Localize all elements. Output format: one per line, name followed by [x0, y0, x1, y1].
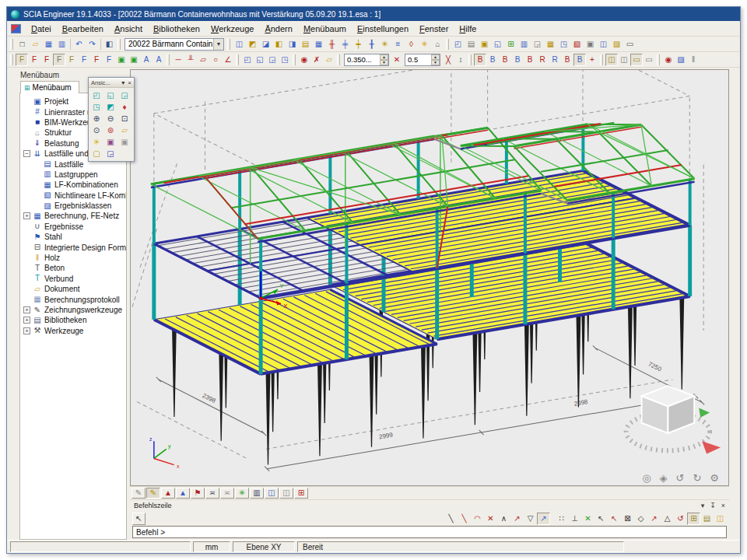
table-tool-icon-6[interactable]: ▥ [517, 38, 531, 51]
menu-item-ändern[interactable]: Ändern [259, 23, 297, 35]
frame-tool-icon-6[interactable]: F [78, 54, 90, 66]
sidebar-item-nichtlineare-lf-kombir[interactable]: ▧Nichtlineare LF-Kombir [23, 191, 126, 201]
tree-expander-icon[interactable]: + [23, 212, 30, 219]
menu-item-ansicht[interactable]: Ansicht [109, 23, 148, 35]
toolbar-grip[interactable] [600, 54, 603, 65]
snapmode-icon-8[interactable]: ↗ [537, 513, 550, 525]
command-input[interactable]: Befehl > [132, 526, 727, 538]
pencil-icon[interactable]: ✎ [132, 488, 146, 499]
gridmode-icon-9[interactable]: △ [661, 513, 674, 525]
frame-tool-icon-1[interactable]: F [16, 54, 28, 66]
model-viewport[interactable]: 2398299923987250XYzyx ◎◈↺↻⚙ [130, 69, 729, 486]
eye-icon[interactable]: ◉ [298, 54, 310, 66]
tree-expander-icon[interactable]: − [23, 150, 30, 157]
member-tool-icon-12[interactable]: ✳ [378, 38, 391, 51]
viewport-zoom-icon[interactable]: ◎ [642, 472, 651, 484]
end-tool-icon-2[interactable]: ▨ [675, 54, 687, 66]
project-combobox[interactable]: 20022 Bärmann Contain ▼ [124, 38, 224, 51]
viewbar-icon-9[interactable]: ▥ [250, 488, 264, 499]
member-tool-icon-4[interactable]: ◧ [272, 38, 286, 51]
toolbar-grip[interactable] [10, 54, 13, 65]
toolbar-grip[interactable] [10, 39, 13, 50]
member-tool-icon-13[interactable]: ≡ [391, 38, 405, 51]
draw-tool-icon-2[interactable]: ╨ [184, 54, 197, 66]
sidebar-item-integrierte-design-forms[interactable]: ⊟Integrierte Design Forms [23, 242, 126, 252]
photo2-icon[interactable]: ▣ [117, 136, 132, 148]
selection-tool-icon-4[interactable]: B [511, 54, 524, 66]
view-toolbar-palette[interactable]: Ansic... ▾ × ◰◱◲◳◩♦⊕⊖⊡⊙⊛▱☀▣▣▢◲ [88, 77, 135, 162]
gridmode-icon-13[interactable]: ◫ [714, 513, 727, 525]
gridmode-icon-8[interactable]: ↗ [647, 513, 661, 525]
viewbar-icon-8[interactable]: ✳ [235, 488, 249, 499]
monitor-icon[interactable]: ◲ [103, 148, 117, 159]
table-tool-icon-13[interactable]: ▨ [610, 38, 623, 51]
gridmode-icon-7[interactable]: ◇ [634, 513, 647, 525]
save-all-icon[interactable]: ▥ [55, 38, 68, 51]
clipboard-tool-icon-2[interactable]: ◱ [254, 54, 266, 66]
sidebar-item-verbund[interactable]: TVerbund [23, 274, 126, 284]
sidebar-item-stahl[interactable]: ⚑Stahl [23, 232, 126, 242]
selection-tool-icon-10[interactable]: + [586, 54, 598, 66]
toolbar-grip[interactable] [236, 54, 239, 65]
tree-expander-icon[interactable]: + [23, 327, 30, 334]
menu-item-fenster[interactable]: Fenster [414, 23, 454, 35]
spinner-arrows[interactable]: ▲▼ [431, 54, 440, 65]
sidebar-item-lastgruppen[interactable]: ▥Lastgruppen [23, 170, 126, 180]
panel-close-icon[interactable]: × [721, 502, 725, 509]
undo-icon[interactable]: ↶ [72, 38, 86, 51]
sidebar-item-ergebnisse[interactable]: ∪Ergebnisse [23, 222, 126, 232]
gridmode-icon-5[interactable]: ↖ [608, 513, 621, 525]
end-tool-icon-3[interactable]: ‖ [687, 54, 700, 66]
snap-angle-icon[interactable]: ✕ [391, 54, 403, 66]
gridmode-icon-3[interactable]: ✕ [581, 513, 594, 525]
photo-icon[interactable]: ▣ [103, 136, 117, 148]
toolbar-grip[interactable] [337, 54, 340, 65]
zoom-window-icon[interactable]: ⊡ [117, 113, 132, 124]
view-3d-icon[interactable]: ◰ [89, 89, 103, 101]
table-tool-icon-12[interactable]: ◫ [597, 38, 610, 51]
toolbar-grip[interactable] [657, 54, 660, 65]
sidebar-item-werkzeuge[interactable]: +⚒Werkzeuge [23, 326, 126, 336]
member-tool-icon-1[interactable]: ◫ [233, 38, 246, 51]
table-tool-icon-2[interactable]: ▤ [465, 38, 478, 51]
menu-item-datei[interactable]: Datei [26, 23, 57, 35]
sidebar-item-berechnungsprotokoll[interactable]: ▦Berechnungsprotokoll [23, 294, 126, 304]
gridmode-icon-6[interactable]: ⊠ [621, 513, 634, 525]
member-tool-icon-7[interactable]: ▦ [312, 38, 325, 51]
tree-expander-icon[interactable]: + [23, 306, 30, 313]
table-tool-icon-10[interactable]: ▧ [570, 38, 584, 51]
snapmode-icon-2[interactable]: ╲ [458, 513, 471, 525]
menu-item-werkzeuge[interactable]: Werkzeuge [205, 23, 259, 35]
table-tool-icon-14[interactable]: ▭ [623, 38, 637, 51]
toolbar-grip[interactable] [293, 54, 296, 65]
viewport-orbit-icon[interactable]: ↺ [676, 472, 685, 484]
view-side-icon[interactable]: ◳ [89, 101, 103, 113]
zoom-in-icon[interactable]: ⊕ [89, 113, 103, 124]
zoom-out-icon[interactable]: ⊖ [103, 113, 117, 124]
snapmode-icon-5[interactable]: ∧ [497, 513, 510, 525]
view-axo-icon[interactable]: ◩ [103, 101, 117, 113]
member-tool-icon-16[interactable]: ⌂ [431, 38, 444, 51]
clipboard-tool-icon-1[interactable]: ◰ [241, 54, 254, 66]
viewport-pan-icon[interactable]: ↻ [693, 472, 701, 484]
toolbar-grip[interactable] [167, 54, 170, 65]
pencil-active-icon[interactable]: ✎ [146, 488, 160, 499]
viewport-settings-icon[interactable]: ⚙ [710, 472, 719, 484]
menu-item-bibliotheken[interactable]: Bibliotheken [148, 23, 205, 35]
toggle-tool-icon-2[interactable]: ◫ [618, 54, 630, 66]
gridmode-icon-4[interactable]: ↖ [594, 513, 608, 525]
draw-tool-icon-3[interactable]: ▱ [197, 54, 209, 66]
palette-titlebar[interactable]: Ansic... ▾ × [89, 78, 134, 88]
selection-tool-icon-2[interactable]: B [486, 54, 499, 66]
camera-icon[interactable]: ♦ [117, 101, 132, 113]
snapmode-icon-1[interactable]: ╲ [444, 513, 458, 525]
zoom-all-icon[interactable]: ⊙ [89, 124, 103, 136]
sidebar-item-ergebnisklassen[interactable]: ▨Ergebnisklassen [23, 201, 126, 211]
snap-tool-icon-1[interactable]: ╳ [442, 54, 454, 66]
member-tool-icon-9[interactable]: ╪ [338, 38, 352, 51]
panel-pin-icon[interactable]: ↧ [710, 502, 716, 509]
draw-tool-icon-4[interactable]: ○ [209, 54, 222, 66]
snapmode-icon-3[interactable]: ◠ [471, 513, 484, 525]
menu-item-menübaum[interactable]: Menübaum [298, 23, 352, 35]
clipboard-tool-icon-4[interactable]: ◳ [279, 54, 291, 66]
